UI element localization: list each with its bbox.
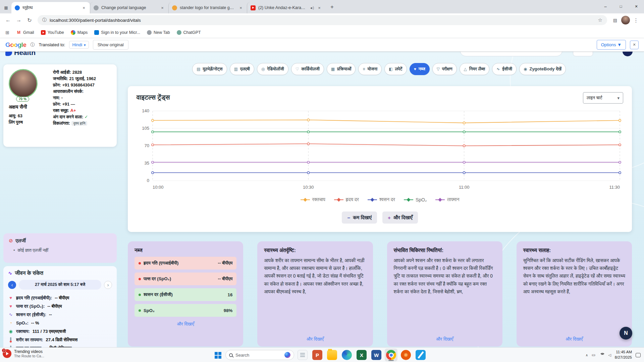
app-edge[interactable] xyxy=(340,349,353,361)
new-tab-button[interactable] xyxy=(327,2,337,12)
app-powerpoint[interactable] xyxy=(311,349,324,361)
section-nav: मुठभेड़ें/नोट्स एलएबी रेडियोलॉजी कार्डिय… xyxy=(121,63,637,75)
show-more-link[interactable]: और दिखाएँ xyxy=(135,321,236,327)
bookmark-microsoft[interactable]: Sign in to your Micr... xyxy=(91,29,143,36)
wifi-icon[interactable] xyxy=(599,353,604,357)
tab-close-icon[interactable] xyxy=(160,5,165,10)
display-icon[interactable] xyxy=(592,353,595,357)
show-more-button[interactable]: और दिखाएँ xyxy=(382,212,418,224)
bookmark-maps[interactable]: Maps xyxy=(68,29,91,36)
vscode-icon xyxy=(416,350,426,360)
tab-change-language[interactable]: Change portal language xyxy=(90,2,168,13)
tab-encounters-notes[interactable]: मुठभेड़ें/नोट्स xyxy=(192,63,227,75)
prev-date-button[interactable] xyxy=(8,281,16,289)
legend-label: हृदय दर xyxy=(346,197,359,202)
page-search-input[interactable] xyxy=(460,52,562,56)
reload-button[interactable] xyxy=(25,15,34,25)
legend-item[interactable]: SpO₂ xyxy=(404,197,427,202)
pulse-row: हृदय गति (एनआईबीपी)-- बीपीएम xyxy=(135,257,236,269)
apps-grid-icon[interactable] xyxy=(3,28,11,37)
forward-button[interactable] xyxy=(14,15,23,25)
legend-item[interactable]: श्वसन दर xyxy=(368,197,395,202)
legend-item[interactable]: रक्तचाप xyxy=(301,197,325,202)
app-file-explorer[interactable] xyxy=(326,349,338,361)
chevron-down-icon xyxy=(84,42,86,47)
browser-menu-icon[interactable] xyxy=(631,15,641,25)
tab-close-icon[interactable] xyxy=(317,5,322,10)
legend-item[interactable]: तापमान xyxy=(435,197,459,202)
chart-type-select[interactable]: लाइन चार्ट xyxy=(583,92,623,104)
tab-audio-icon[interactable] xyxy=(310,6,314,10)
tab-search[interactable]: stander logo for translate goog xyxy=(168,2,247,13)
app-word[interactable] xyxy=(370,349,383,361)
side-panel-icon[interactable] xyxy=(610,15,620,25)
floating-n-button[interactable]: N xyxy=(620,327,632,340)
bookmark-youtube[interactable]: YouTube xyxy=(38,29,67,36)
patient-gender-row: लिंग पुरुष xyxy=(9,119,52,125)
tab-zygotebody[interactable]: ZygoteBody देखें xyxy=(519,63,566,75)
tab-radiology[interactable]: रेडियोलॉजी xyxy=(257,63,288,75)
back-button[interactable] xyxy=(3,15,13,25)
bookmark-star-icon[interactable] xyxy=(598,17,602,23)
bookmark-chatgpt[interactable]: ChatGPT xyxy=(174,29,204,36)
volume-icon[interactable] xyxy=(608,353,611,357)
app-vscode[interactable] xyxy=(414,349,427,361)
tab-wraps[interactable]: लपेटें xyxy=(384,63,407,75)
tab-procedures[interactable]: प्रक्रियाओं xyxy=(327,63,356,75)
page-header-button[interactable] xyxy=(573,52,593,56)
translate-language-select[interactable]: Hindi xyxy=(69,41,89,49)
show-more-link[interactable]: और दिखाएँ xyxy=(257,337,373,342)
bookmark-gmail[interactable]: Gmail xyxy=(13,29,37,36)
field-label: रोगी आईडी: xyxy=(53,70,71,75)
translate-close-icon[interactable] xyxy=(630,41,639,49)
maximize-button[interactable] xyxy=(613,0,629,13)
widget-subtitle: The Route to Ca... xyxy=(14,354,44,358)
tab-tests[interactable]: परीक्षण xyxy=(432,63,457,75)
show-more-link[interactable]: और दिखाएँ xyxy=(387,337,502,342)
minimize-button[interactable] xyxy=(598,0,613,13)
app-office[interactable] xyxy=(399,349,412,361)
notifications-icon[interactable] xyxy=(636,353,641,357)
field-label: लिंग xyxy=(9,120,15,125)
bookmark-newtab[interactable]: New Tab xyxy=(144,29,173,36)
google-logo: Google xyxy=(5,41,26,49)
sidebar: 70 % अक्षय सैनी आयु: 63 लिंग पुरुष रोगी … xyxy=(3,64,117,345)
close-button[interactable] xyxy=(629,0,644,13)
tab-close-icon[interactable] xyxy=(81,5,87,10)
browser-profile-avatar[interactable] xyxy=(621,16,630,24)
hidden-icons-chevron[interactable] xyxy=(586,353,588,357)
show-less-button[interactable]: कम दिखाएं xyxy=(342,212,377,224)
tab-cardiology[interactable]: कार्डियोलजी xyxy=(291,63,324,75)
tab-youtube[interactable]: (2) Unke Andaz-e-Karam U... xyxy=(247,2,325,13)
translate-options-button[interactable]: Options ▼ xyxy=(597,40,626,50)
tab-near-labs[interactable]: नियर लैब्स xyxy=(460,63,490,75)
show-original-button[interactable]: Show original xyxy=(93,40,128,50)
vital-label: पल्स दर (SpO₂): xyxy=(16,304,45,309)
tab-lab[interactable]: एलएबी xyxy=(230,63,254,75)
legend-item[interactable]: हृदय दर xyxy=(334,197,359,202)
tab-bluehealth[interactable]: ब्लूहेल्थ xyxy=(11,2,90,13)
tab-close-icon[interactable] xyxy=(238,5,244,10)
news-widget[interactable]: 7 Trending videos The Route to Ca... xyxy=(3,349,44,358)
site-info-icon[interactable] xyxy=(42,17,47,23)
show-more-link[interactable]: और दिखाएँ xyxy=(517,337,632,342)
start-button[interactable] xyxy=(212,349,223,361)
url-text: localhost:3000/patient-portal/dashboard/… xyxy=(50,18,595,23)
next-date-button[interactable] xyxy=(104,281,112,289)
app-chrome[interactable] xyxy=(385,349,397,361)
chrome-icon xyxy=(386,350,396,360)
app-excel[interactable] xyxy=(355,349,368,361)
detail-row: जन्मतिथि: 21 जुलाई, 1962 xyxy=(53,75,113,82)
app-notepad[interactable] xyxy=(296,349,309,361)
tab-plan[interactable]: योजना xyxy=(358,63,382,75)
card-title: स्वास्थ्य सलाह: xyxy=(523,247,625,253)
vital-value: 27.4 डिग्री सेल्सियस xyxy=(46,337,77,343)
tab-ecg[interactable]: ईसीजी xyxy=(492,63,517,75)
taskbar-search[interactable]: Search xyxy=(225,350,294,360)
patient-identity: अक्षय सैनी आयु: 63 लिंग पुरुष xyxy=(9,104,52,125)
address-bar[interactable]: localhost:3000/patient-portal/dashboard/… xyxy=(38,15,607,25)
bookmark-label: New Tab xyxy=(154,30,170,35)
clock[interactable]: 11:45 AM 8/27/2025 xyxy=(615,350,632,360)
tab-vitals[interactable]: नब्ज xyxy=(410,63,430,75)
eye-icon xyxy=(524,67,527,71)
